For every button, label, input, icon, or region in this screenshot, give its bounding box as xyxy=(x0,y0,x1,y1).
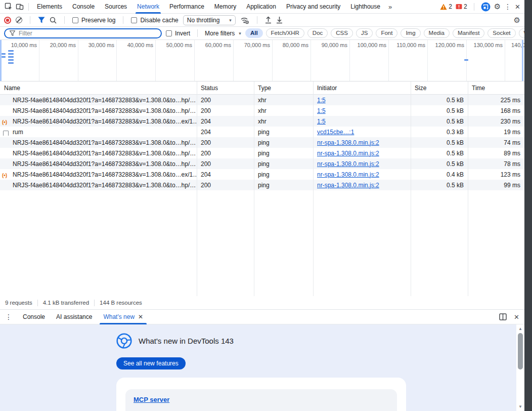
column-header-name[interactable]: Name xyxy=(0,85,197,92)
inspect-element-icon[interactable] xyxy=(3,1,14,12)
devtools-window: Elements Console Sources Network Perform… xyxy=(0,0,532,411)
tab-performance[interactable]: Performance xyxy=(164,0,209,14)
network-conditions-icon[interactable] xyxy=(240,16,249,24)
issues-badge[interactable]: 2 xyxy=(456,3,467,10)
tab-elements[interactable]: Elements xyxy=(32,0,67,14)
close-devtools-icon[interactable]: ✕ xyxy=(515,3,520,11)
record-network-log-icon[interactable] xyxy=(4,17,11,24)
settings-gear-icon[interactable]: ⚙ xyxy=(494,2,501,11)
export-har-icon[interactable] xyxy=(276,16,283,24)
column-header-status[interactable]: Status xyxy=(197,85,254,92)
initiator-link[interactable]: vcd15cbe…:1 xyxy=(317,129,354,136)
warning-icon xyxy=(440,4,447,10)
table-row[interactable]: NRJS-f4ae86148404dd320f1?a=1468732883&v=… xyxy=(0,158,524,169)
table-row[interactable]: (•)NRJS-f4ae86148404dd320f1?a=1468732883… xyxy=(0,116,524,127)
divider xyxy=(123,16,123,24)
tick-label: 80,000 ms xyxy=(283,42,308,48)
disable-cache-checkbox[interactable]: Disable cache xyxy=(131,17,178,24)
tab-network[interactable]: Network xyxy=(132,0,164,14)
tab-console[interactable]: Console xyxy=(67,0,100,14)
more-tabs-icon[interactable]: » xyxy=(385,3,395,11)
chip-img[interactable]: Img xyxy=(401,28,420,38)
drawer-tab-console[interactable]: Console xyxy=(17,310,51,324)
divider xyxy=(37,300,38,306)
overview-activity-bar xyxy=(2,56,6,58)
chip-socket[interactable]: Socket xyxy=(487,28,515,38)
search-icon[interactable] xyxy=(50,17,57,24)
chip-font[interactable]: Font xyxy=(376,28,397,38)
tick-label: 30,000 ms xyxy=(88,42,114,48)
chip-fetch-xhr[interactable]: Fetch/XHR xyxy=(266,28,304,38)
table-row[interactable]: (•)NRJS-f4ae86148404dd320f1?a=1468732883… xyxy=(0,169,524,180)
initiator-link[interactable]: nr-spa-1.308.0.min.js:2 xyxy=(317,139,379,146)
chip-manifest[interactable]: Manifest xyxy=(453,28,484,38)
initiator-link[interactable]: 1:5 xyxy=(317,107,326,114)
scrollbar-thumb[interactable] xyxy=(518,333,523,369)
chevron-down-icon: ▾ xyxy=(239,31,241,36)
column-header-type[interactable]: Type xyxy=(254,85,313,92)
network-settings-gear-icon[interactable]: ⚙ xyxy=(514,16,520,25)
column-header-initiator[interactable]: Initiator xyxy=(313,85,411,92)
warnings-badge[interactable]: 2 xyxy=(440,3,452,10)
table-row[interactable]: rum 204 ping vcd15cbe…:1 0.3 kB 19 ms xyxy=(0,127,524,137)
overview-activity-bar xyxy=(8,53,14,55)
chip-doc[interactable]: Doc xyxy=(307,28,328,38)
chevron-down-icon: ▾ xyxy=(229,18,232,23)
throttling-select[interactable]: No throttling ▾ xyxy=(183,15,236,25)
dock-side-icon[interactable] xyxy=(499,313,507,320)
transferred-size: 4.1 kB transferred xyxy=(43,300,89,306)
network-status-bar: 9 requests 4.1 kB transferred 144 B reso… xyxy=(0,296,524,310)
clear-network-log-icon[interactable] xyxy=(16,17,22,23)
filter-funnel-icon[interactable] xyxy=(38,17,45,23)
overview-activity-bar xyxy=(8,50,14,52)
table-row[interactable]: NRJS-f4ae86148404dd320f1?a=1468732883&v=… xyxy=(0,105,524,116)
initiator-link[interactable]: 1:5 xyxy=(317,118,326,125)
initiator-link[interactable]: 1:5 xyxy=(317,97,326,104)
overview-left-handle[interactable] xyxy=(0,40,2,81)
drawer-tab-whats-new[interactable]: What's new ✕ xyxy=(98,310,149,324)
table-row[interactable]: NRJS-f4ae86148404dd320f1?a=1468732883&v=… xyxy=(0,180,524,190)
drawer-menu-icon[interactable]: ⋮ xyxy=(5,313,12,321)
divider xyxy=(257,16,257,24)
scroll-up-icon[interactable]: ▲ xyxy=(516,326,524,331)
column-header-size[interactable]: Size xyxy=(411,85,468,92)
drawer-right-cluster: ✕ xyxy=(499,313,519,321)
network-overview-timeline[interactable]: 10,000 ms 20,000 ms 30,000 ms 40,000 ms … xyxy=(0,40,524,81)
drawer-scrollbar[interactable]: ▲ ▼ xyxy=(516,324,524,411)
tab-memory[interactable]: Memory xyxy=(209,0,241,14)
tab-application[interactable]: Application xyxy=(241,0,281,14)
initiator-link[interactable]: nr-spa-1.308.0.min.js:2 xyxy=(317,182,379,189)
cast-icon[interactable] xyxy=(481,2,491,12)
close-drawer-icon[interactable]: ✕ xyxy=(514,313,519,321)
chip-js[interactable]: JS xyxy=(356,28,373,38)
close-tab-icon[interactable]: ✕ xyxy=(138,310,143,324)
drawer-tab-ai-assistance[interactable]: AI assistance xyxy=(51,310,98,324)
table-row[interactable]: NRJS-f4ae86148404dd320f1?a=1468732883&v=… xyxy=(0,148,524,158)
issue-count: 2 xyxy=(464,3,467,10)
device-toolbar-icon[interactable] xyxy=(14,1,25,12)
tab-sources[interactable]: Sources xyxy=(100,0,132,14)
filter-input[interactable] xyxy=(19,30,156,37)
mcp-server-link[interactable]: MCP server xyxy=(134,396,169,403)
chip-all[interactable]: All xyxy=(245,28,263,38)
overview-right-handle[interactable] xyxy=(522,40,523,81)
see-all-features-button[interactable]: See all new features xyxy=(116,357,186,369)
scroll-down-icon[interactable]: ▼ xyxy=(516,404,524,409)
initiator-link[interactable]: nr-spa-1.308.0.min.js:2 xyxy=(317,150,379,157)
initiator-link[interactable]: nr-spa-1.308.0.min.js:2 xyxy=(317,160,379,168)
kebab-menu-icon[interactable]: ⋮ xyxy=(504,3,511,11)
chip-css[interactable]: CSS xyxy=(331,28,353,38)
main-tabbar: Elements Console Sources Network Perform… xyxy=(0,0,524,14)
issue-icon xyxy=(456,4,462,10)
table-row[interactable]: NRJS-f4ae86148404dd320f1?a=1468732883&v=… xyxy=(0,137,524,148)
more-filters-dropdown[interactable]: More filters ▾ xyxy=(205,30,241,37)
column-header-time[interactable]: Time xyxy=(468,85,524,92)
import-har-icon[interactable] xyxy=(265,16,272,24)
invert-checkbox[interactable]: Invert xyxy=(166,30,190,37)
tab-lighthouse[interactable]: Lighthouse xyxy=(345,0,385,14)
tab-privacy-and-security[interactable]: Privacy and security xyxy=(281,0,345,14)
chip-media[interactable]: Media xyxy=(424,28,450,38)
table-row[interactable]: NRJS-f4ae86148404dd320f1?a=1468732883&v=… xyxy=(0,95,524,105)
preserve-log-checkbox[interactable]: Preserve log xyxy=(72,17,115,24)
initiator-link[interactable]: nr-spa-1.308.0.min.js:2 xyxy=(317,171,379,178)
